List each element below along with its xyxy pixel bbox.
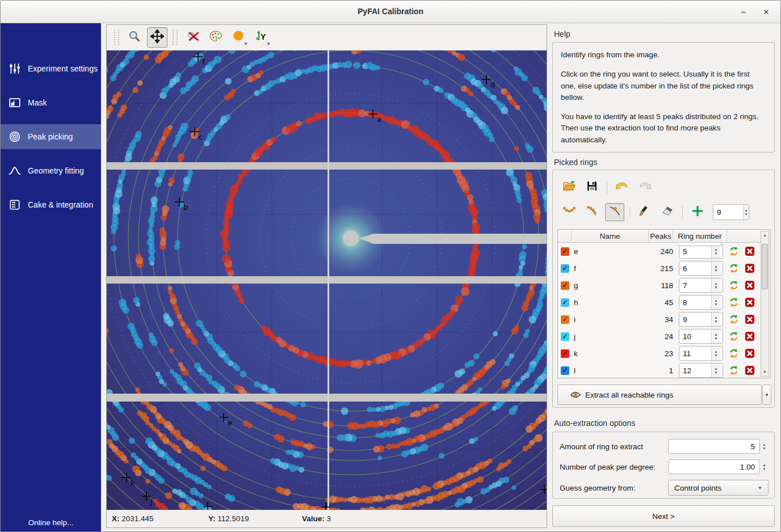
ring-number-input[interactable]	[679, 278, 711, 292]
guess-geometry-combobox[interactable]: Control points ▼	[668, 480, 769, 496]
refresh-ring-button[interactable]	[729, 365, 739, 375]
ring-visible-checkbox[interactable]: ✓	[561, 247, 569, 256]
spin-arrows[interactable]: ▲▼	[711, 330, 720, 343]
amount-of-rings-value[interactable]: 5	[668, 439, 760, 454]
ring-number-input[interactable]	[679, 330, 711, 343]
ring-visible-checkbox[interactable]: ✓	[561, 315, 569, 324]
pick-arc-button[interactable]	[582, 203, 602, 221]
refresh-ring-button[interactable]	[729, 246, 739, 256]
ring-number-input[interactable]	[679, 364, 711, 377]
spin-arrows[interactable]: ▲▼	[711, 295, 720, 309]
spin-arrows[interactable]: ▲▼	[760, 459, 769, 474]
spin-arrows[interactable]: ▲▼	[711, 364, 720, 377]
ring-number-spinbox[interactable]: ▲▼	[679, 261, 723, 276]
diffraction-image[interactable]: f d a c b e k j h	[107, 50, 547, 510]
table-scrollbar[interactable]: ▲ ▼	[761, 231, 769, 377]
ring-number-input[interactable]	[679, 295, 711, 309]
ring-visible-checkbox[interactable]: ✓	[561, 264, 569, 273]
zoom-tool-button[interactable]	[124, 27, 145, 48]
spin-arrows[interactable]: ▲▼	[743, 205, 749, 219]
next-button[interactable]: Next >	[552, 505, 775, 527]
refresh-ring-button[interactable]	[729, 297, 739, 307]
ring-number-spinbox[interactable]: ▲▼	[679, 312, 723, 327]
delete-ring-button[interactable]	[745, 365, 755, 375]
ring-number-spinbox[interactable]: ▲▼	[679, 295, 723, 310]
table-row[interactable]: ✓ h 45 ▲▼	[558, 294, 770, 311]
ring-number-input[interactable]	[679, 313, 711, 326]
extract-rings-dropdown[interactable]: ▼	[762, 385, 771, 405]
table-row[interactable]: ✓ k 23 ▲▼	[558, 345, 770, 362]
column-header-name[interactable]: Name	[572, 230, 649, 242]
delete-ring-button[interactable]	[745, 280, 755, 290]
toolbar-drag-handle[interactable]	[173, 30, 178, 45]
peaks-per-degree-value[interactable]: 1.00	[668, 459, 760, 474]
save-control-points-button[interactable]	[582, 178, 602, 196]
ring-number-spinbox[interactable]: ▲▼	[679, 329, 723, 344]
add-ring-button[interactable]	[688, 203, 707, 221]
extract-rings-button[interactable]: Extract all reachable rings	[557, 385, 762, 405]
chevron-down-icon[interactable]: ▼	[266, 42, 271, 47]
sidebar-item-mask[interactable]: Mask	[1, 90, 101, 115]
ring-number-spinbox[interactable]: ▲▼	[679, 363, 723, 378]
ring-number-input[interactable]	[679, 244, 711, 258]
ring-number-input[interactable]	[679, 261, 711, 275]
spin-arrows[interactable]: ▲▼	[711, 347, 720, 360]
pick-full-ring-button[interactable]	[560, 203, 579, 221]
refresh-ring-button[interactable]	[729, 314, 739, 324]
pan-tool-button[interactable]	[147, 27, 167, 48]
ring-number-input[interactable]	[679, 347, 711, 360]
column-header-blank-4[interactable]	[727, 230, 762, 242]
spin-arrows[interactable]: ▲▼	[760, 439, 769, 454]
sidebar-item-peak-picking[interactable]: Peak picking	[1, 124, 101, 149]
delete-ring-button[interactable]	[745, 314, 755, 324]
ring-visible-checkbox[interactable]: ✓	[561, 281, 569, 290]
close-button[interactable]: ×	[759, 5, 774, 19]
marker-color-tool-button[interactable]: ▼	[228, 27, 249, 48]
chevron-down-icon[interactable]: ▼	[243, 42, 248, 47]
ring-visible-checkbox[interactable]: ✓	[561, 349, 569, 358]
scroll-up-arrow[interactable]: ▲	[761, 231, 769, 239]
delete-ring-button[interactable]	[745, 297, 755, 307]
toolbar-drag-handle[interactable]	[114, 30, 119, 45]
minimize-button[interactable]: –	[736, 5, 751, 19]
ring-number-spinbox[interactable]: ▲▼	[679, 346, 723, 361]
peaks-per-degree-spinbox[interactable]: 1.00 ▲▼	[668, 459, 769, 474]
eraser-tool-button[interactable]	[658, 203, 677, 221]
brush-tool-button[interactable]	[635, 203, 654, 221]
table-row[interactable]: ✓ i 34 ▲▼	[558, 311, 770, 328]
redo-button[interactable]	[635, 178, 654, 196]
current-ring-input[interactable]	[713, 205, 743, 219]
table-row[interactable]: ✓ l 1 ▲▼	[558, 362, 770, 379]
delete-ring-button[interactable]	[745, 331, 755, 341]
current-ring-spinbox[interactable]: ▲▼	[713, 204, 749, 220]
column-header-blank-0[interactable]	[558, 230, 572, 242]
scroll-down-arrow[interactable]: ▼	[761, 368, 769, 376]
spin-arrows[interactable]: ▲▼	[711, 261, 720, 275]
refresh-ring-button[interactable]	[729, 280, 739, 290]
spin-arrows[interactable]: ▲▼	[711, 313, 720, 326]
delete-ring-button[interactable]	[745, 348, 755, 358]
ring-number-spinbox[interactable]: ▲▼	[679, 278, 723, 293]
ring-visible-checkbox[interactable]: ✓	[561, 298, 569, 307]
colormap-tool-button[interactable]	[205, 27, 226, 48]
pick-point-button[interactable]	[605, 203, 624, 221]
table-row[interactable]: ✓ j 24 ▲▼	[558, 328, 770, 345]
online-help-link[interactable]: Online help...	[1, 518, 101, 527]
refresh-ring-button[interactable]	[729, 263, 739, 273]
spin-arrows[interactable]: ▲▼	[711, 278, 720, 292]
y-axis-tool-button[interactable]: aY ▼	[251, 27, 271, 48]
delete-ring-button[interactable]	[745, 246, 755, 256]
spin-arrows[interactable]: ▲▼	[711, 244, 720, 258]
sidebar-item-geometry-fitting[interactable]: Geometry fitting	[1, 158, 101, 183]
table-row[interactable]: ✓ e 240 ▲▼	[558, 243, 770, 260]
table-row[interactable]: ✓ f 215 ▲▼	[558, 260, 770, 277]
amount-of-rings-spinbox[interactable]: 5 ▲▼	[668, 439, 769, 454]
sidebar-item-cake-integration[interactable]: Cake & integration	[1, 192, 101, 217]
sidebar-item-experiment-settings[interactable]: Experiment settings	[1, 56, 101, 81]
table-row[interactable]: ✓ g 118 ▲▼	[558, 277, 770, 294]
scrollbar-thumb[interactable]	[762, 244, 768, 289]
open-control-points-button[interactable]	[560, 178, 579, 196]
undo-button[interactable]	[612, 178, 632, 196]
column-header-peaks[interactable]: Peaks	[649, 230, 673, 242]
ring-visible-checkbox[interactable]: ✓	[561, 366, 569, 375]
